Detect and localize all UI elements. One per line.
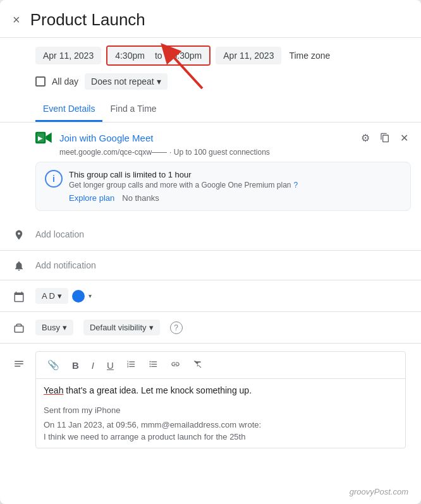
location-icon	[13, 229, 25, 241]
bell-icon	[13, 260, 25, 272]
visibility-label: Default visibility	[90, 323, 147, 332]
event-modal: × Product Launch Apr 11, 2023 4:30pm to …	[0, 0, 421, 504]
repeat-chevron: ▾	[157, 76, 161, 87]
visibility-chevron: ▾	[149, 323, 154, 332]
meet-info-header: i This group call is limited to 1 hour G…	[45, 170, 401, 189]
color-dot[interactable]	[72, 290, 85, 303]
no-thanks-button[interactable]: No thanks	[122, 193, 159, 203]
svg-marker-2	[46, 133, 51, 143]
meet-info-links: Explore plan No thanks	[45, 193, 401, 203]
calendar-chevron: ▾	[58, 291, 62, 301]
close-button[interactable]: ×	[10, 10, 23, 30]
busy-button[interactable]: Busy ▾	[35, 320, 73, 335]
google-meet-icon: ▶	[35, 129, 53, 147]
calendar-selector: A D ▾ ▾	[35, 288, 92, 304]
description-toolbar: 📎 B I U	[36, 352, 405, 379]
meet-url: meet.google.com/qce-cqxw——	[59, 148, 167, 157]
help-icon[interactable]: ?	[170, 321, 183, 334]
meet-url-row: meet.google.com/qce-cqxw—— · Up to 100 g…	[35, 148, 411, 157]
calendar-name: A D	[42, 291, 55, 301]
email-body-line: I think we need to arrange a product lau…	[44, 432, 398, 441]
calendar-row: A D ▾ ▾	[0, 283, 421, 309]
meet-info-sub: Get longer group calls and more with a G…	[69, 181, 298, 189]
svg-text:▶: ▶	[38, 135, 43, 141]
toolbar-underline[interactable]: U	[103, 357, 118, 373]
notification-row: Add notification	[0, 253, 421, 277]
meet-remove-button[interactable]: ✕	[398, 129, 411, 147]
description-icon	[13, 357, 25, 370]
calendar-icon	[13, 291, 25, 303]
tabs-row: Event Details Find a Time	[0, 97, 421, 123]
toolbar-unordered-list[interactable]	[145, 357, 162, 373]
description-section: 📎 B I U Yeah that's a great idea. Let	[0, 346, 421, 453]
event-title: Product Launch	[30, 10, 406, 30]
description-content[interactable]: Yeah that's a great idea. Let me knock s…	[36, 379, 405, 448]
color-chevron[interactable]: ▾	[88, 292, 92, 299]
email-wrote-line: On 11 Jan 2023, at 09:56, mmm@emailaddre…	[44, 420, 398, 429]
info-icon: i	[45, 170, 63, 188]
desc-rest: that's a great idea. Let me knock someth…	[63, 385, 252, 395]
description-box: 📎 B I U Yeah that's a great idea. Let	[35, 351, 406, 448]
toolbar-link[interactable]	[167, 357, 184, 373]
busy-label: Busy	[42, 323, 60, 332]
time-chip-group: 4:30pm to 5:30pm	[106, 45, 210, 66]
toolbar-italic[interactable]: I	[88, 357, 98, 373]
notification-placeholder[interactable]: Add notification	[35, 260, 96, 270]
modal-header: × Product Launch	[0, 0, 421, 38]
toolbar-attach[interactable]: 📎	[44, 357, 63, 373]
status-row: Busy ▾ Default visibility ▾ ?	[0, 315, 421, 340]
briefcase-icon	[13, 322, 25, 335]
location-row: Add location	[0, 221, 421, 248]
allday-label: All day	[52, 76, 78, 87]
meet-capacity: · Up to 100 guest connections	[169, 148, 270, 157]
explore-plan-link[interactable]: Explore plan	[69, 193, 114, 203]
google-meet-section: ▶ Join with Google Meet ⚙ ✕ meet.google.…	[0, 123, 421, 221]
repeat-label: Does not repeat	[91, 76, 154, 87]
meet-info-title: This group call is limited to 1 hour	[69, 170, 298, 179]
datetime-row: Apr 11, 2023 4:30pm to 5:30pm Apr 11, 20…	[0, 38, 421, 71]
start-time-chip[interactable]: 4:30pm	[107, 47, 152, 64]
desc-yeah: Yeah	[44, 385, 63, 395]
end-date-chip[interactable]: Apr 11, 2023	[216, 47, 281, 64]
time-to-label: to	[152, 47, 165, 64]
start-date-chip[interactable]: Apr 11, 2023	[35, 47, 101, 64]
allday-row: All day Does not repeat ▾	[0, 71, 421, 95]
meet-copy-button[interactable]	[377, 130, 393, 145]
meet-join-link[interactable]: Join with Google Meet	[59, 133, 153, 143]
meet-header: ▶ Join with Google Meet ⚙ ✕	[35, 129, 411, 147]
timezone-button[interactable]: Time zone	[286, 47, 333, 64]
tab-event-details[interactable]: Event Details	[35, 97, 102, 122]
toolbar-bold[interactable]: B	[68, 357, 83, 373]
meet-info-box: i This group call is limited to 1 hour G…	[35, 162, 411, 211]
repeat-button[interactable]: Does not repeat ▾	[85, 73, 168, 90]
allday-checkbox[interactable]	[35, 76, 46, 87]
watermark: groovyPost.com	[350, 487, 408, 496]
end-time-chip[interactable]: 5:30pm	[165, 47, 210, 64]
meet-actions: ⚙ ✕	[358, 129, 411, 147]
toolbar-ordered-list[interactable]	[123, 357, 140, 373]
toolbar-remove-format[interactable]	[189, 357, 206, 373]
busy-chevron: ▾	[63, 323, 67, 332]
meet-settings-button[interactable]: ⚙	[358, 129, 372, 147]
email-sent-from: Sent from my iPhone	[44, 405, 398, 415]
tab-find-a-time[interactable]: Find a Time	[102, 97, 164, 122]
visibility-button[interactable]: Default visibility ▾	[83, 320, 160, 335]
calendar-name-button[interactable]: A D ▾	[35, 288, 68, 304]
location-placeholder[interactable]: Add location	[35, 229, 84, 239]
